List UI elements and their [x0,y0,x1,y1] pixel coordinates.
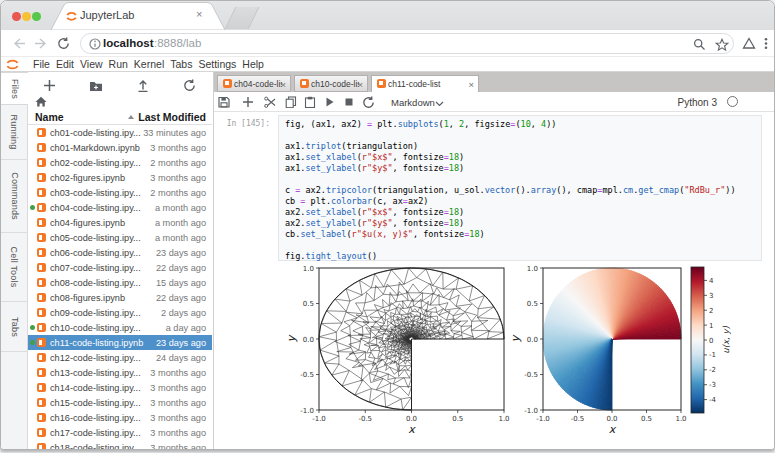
restart-kernel-icon[interactable] [362,96,375,109]
menu-file[interactable]: File [30,58,53,70]
file-row[interactable]: ch08-figures.ipynb22 days ago [28,290,212,305]
code-line: c = ax2.tripcolor(triangulation, u_sol.v… [285,185,761,196]
browser-tab-close-icon[interactable]: × [196,8,202,20]
file-name: ch02-code-listing.ipy... [50,158,141,168]
file-row[interactable]: ch11-code-listing.ipynb23 days ago [28,335,212,350]
url-field[interactable]: localhost :8888/lab [80,33,734,54]
svg-text:1.0: 1.0 [303,265,314,273]
cut-icon[interactable] [264,96,276,108]
file-modified-time: 2 days ago [161,308,206,318]
stop-icon[interactable] [343,96,355,108]
info-icon[interactable] [89,38,101,50]
close-tab-icon[interactable]: × [280,79,286,90]
bookmark-star-icon[interactable] [715,38,729,52]
svg-text:x: x [408,423,416,436]
kernel-status-icon[interactable] [727,96,738,107]
file-row[interactable]: ch12-code-listing.ipy...24 days ago [28,350,212,365]
file-row[interactable]: ch02-figures.ipynb3 months ago [28,170,212,185]
menu-edit[interactable]: Edit [53,58,77,70]
menu-kernel[interactable]: Kernel [131,58,167,70]
close-window-button[interactable] [12,12,21,21]
insert-cell-icon[interactable] [242,96,254,108]
zoom-window-button[interactable] [32,12,41,21]
dock-tab-ch10-code-list[interactable]: ch10-code-list× [294,75,368,92]
svg-text:y: y [509,334,522,342]
file-row[interactable]: ch01-Markdown.ipynb3 months ago [28,140,212,155]
file-row[interactable]: ch15-code-listing.ipy...3 months ago [28,395,212,410]
svg-text:u(x, y): u(x, y) [721,326,731,354]
browser-menu-icon[interactable] [764,37,768,50]
svg-text:-2: -2 [709,366,716,374]
close-tab-icon[interactable]: × [357,79,363,90]
file-name: ch06-code-listing.ipy... [50,248,141,258]
sidebar-tab-label: Tabs [10,317,20,337]
file-row[interactable]: ch02-code-listing.ipy...2 months ago [28,155,212,170]
file-modified-time: 3 months ago [150,413,206,423]
file-row[interactable]: ch13-code-listing.ipy...3 months ago [28,365,212,380]
file-row[interactable]: ch03-code-listing.ipy...2 months ago [28,185,212,200]
file-row[interactable]: ch04-figures.ipynba month ago [28,215,212,230]
cell-type-dropdown[interactable]: Markdown [391,97,435,108]
code-line: ax1.set_ylabel(r"$y$", fontsize=18) [285,163,761,174]
file-row[interactable]: ch14-code-listing.ipy...3 months ago [28,380,212,395]
search-icon[interactable] [693,38,706,51]
svg-text:1.0: 1.0 [527,265,538,273]
sidebar-tab-running[interactable]: Running [1,105,28,160]
minimize-window-button[interactable] [22,12,31,21]
dock-tab-ch04-code-lis[interactable]: ch04-code-lis× [217,75,291,92]
dock-tab-label: ch10-code-list [311,79,359,89]
file-row[interactable]: ch01-code-listing.ipy...33 minutes ago [28,125,212,140]
notebook-content: In [145]: fig, (ax1, ax2) = plt.subplots… [214,112,774,449]
code-line: ax1.set_xlabel(r"$x$", fontsize=18) [285,152,761,163]
file-row[interactable]: ch09-code-listing.ipy...2 days ago [28,305,212,320]
column-modified-label[interactable]: Last Modified [138,111,206,123]
save-icon[interactable] [218,96,230,108]
svg-text:3: 3 [709,292,713,300]
run-icon[interactable] [324,96,335,108]
file-row[interactable]: ch05-code-listing.ipy...a month ago [28,230,212,245]
cell-code-editor[interactable]: fig, (ax1, ax2) = plt.subplots(1, 2, fig… [278,115,762,261]
sidebar-tab-tabs[interactable]: Tabs [1,302,28,352]
column-name-label[interactable]: Name [35,111,64,123]
file-row[interactable]: ch06-code-listing.ipy...23 days ago [28,245,212,260]
file-row[interactable]: ch10-code-listing.ipy...a day ago [28,320,212,335]
svg-text:1.0: 1.0 [498,415,509,423]
sidebar-tab-files[interactable]: Files [1,72,29,105]
refresh-icon[interactable] [183,79,196,92]
notebook-file-icon [37,203,46,212]
file-modified-time: 3 months ago [150,173,206,183]
extension-icon[interactable] [742,37,756,50]
file-row[interactable]: ch18-code-listing.ipy...3 months ago [28,440,212,449]
cell-input-prompt: In [145]: [214,119,270,128]
close-tab-icon[interactable]: × [468,79,474,90]
sidebar-tab-cell-tools[interactable]: Cell Tools [1,233,28,302]
paste-icon[interactable] [304,96,316,108]
menu-run[interactable]: Run [106,58,131,70]
kernel-name[interactable]: Python 3 [678,97,717,108]
file-row[interactable]: ch07-code-listing.ipy...22 days ago [28,260,212,275]
svg-text:-0.5: -0.5 [524,371,538,379]
sidebar-tab-commands[interactable]: Commands [1,160,28,233]
upload-icon[interactable] [137,79,149,92]
chevron-down-icon[interactable] [435,101,444,107]
copy-icon[interactable] [285,96,297,108]
svg-text:0.5: 0.5 [641,415,652,423]
dock-tab-ch11-code-list[interactable]: ch11-code-list× [371,75,479,93]
file-row[interactable]: ch08-code-listing.ipy...15 days ago [28,275,212,290]
file-row[interactable]: ch17-code-listing.ipy...3 months ago [28,425,212,440]
back-icon[interactable] [12,37,26,50]
sort-ascending-icon[interactable] [128,115,134,119]
menu-tabs[interactable]: Tabs [167,58,195,70]
file-row[interactable]: ch16-code-listing.ipy...3 months ago [28,410,212,425]
new-launcher-icon[interactable] [43,79,56,92]
code-line: fig.tight_layout() [285,251,761,262]
menu-help[interactable]: Help [239,58,267,70]
file-row[interactable]: ch04-code-listing.ipy...a month ago [28,200,212,215]
reload-icon[interactable] [57,37,70,50]
home-icon[interactable] [35,96,47,107]
forward-icon[interactable] [34,37,48,50]
menu-view[interactable]: View [77,58,106,70]
new-folder-icon[interactable] [89,80,103,92]
browser-window: JupyterLab × localhost :8888/lab [0,0,775,450]
menu-settings[interactable]: Settings [195,58,239,70]
